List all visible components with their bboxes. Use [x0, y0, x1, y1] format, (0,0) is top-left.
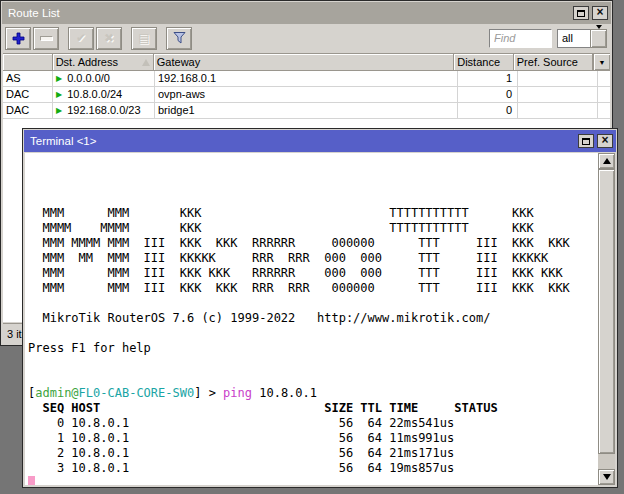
- table-row[interactable]: AS ▶0.0.0.0/0 192.168.0.1 1: [3, 71, 610, 87]
- close-button[interactable]: ×: [592, 6, 608, 20]
- plus-icon: [12, 32, 25, 45]
- minus-icon: [40, 36, 53, 41]
- terminal-output: MMM MMM KKK TTTTTTTTTTT KKK MMMM MMMM KK…: [28, 153, 596, 485]
- route-dst-address: ▶10.8.0.0/24: [53, 87, 155, 103]
- route-distance: 1: [458, 71, 518, 87]
- filter-scope-value[interactable]: all: [557, 29, 590, 48]
- column-header-flags[interactable]: [3, 54, 53, 71]
- terminal-window: Terminal <1> × MMM MMM KKK TTTTTTTTTTT K…: [22, 128, 618, 488]
- filter-button[interactable]: [166, 27, 192, 50]
- route-distance: 0: [458, 87, 518, 103]
- cross-icon: ✖: [104, 32, 114, 44]
- column-select-icon: ▼: [599, 59, 606, 66]
- column-header-distance[interactable]: Distance: [454, 54, 514, 71]
- route-pref-source: [518, 71, 598, 87]
- route-list-titlebar[interactable]: Route List ×: [2, 2, 611, 24]
- route-active-icon: ▶: [56, 106, 62, 115]
- column-header-pref-source[interactable]: Pref. Source: [514, 54, 593, 71]
- table-row[interactable]: DAC ▶10.8.0.0/24 ovpn-aws 0: [3, 87, 610, 103]
- winbox-mdi-workspace: { "colors": { "active_titlebar": "#565fc…: [0, 0, 624, 494]
- comment-button[interactable]: ▤: [131, 27, 157, 50]
- route-flags: DAC: [3, 87, 53, 103]
- maximize-icon: [577, 10, 585, 17]
- sort-asc-icon: [142, 59, 150, 66]
- scroll-up-icon: [603, 158, 611, 164]
- maximize-button[interactable]: [573, 6, 589, 20]
- route-active-icon: ▶: [56, 74, 62, 83]
- comment-icon: ▤: [138, 32, 149, 44]
- filter-scope-dropdown-button[interactable]: [590, 29, 607, 48]
- route-pref-source: [518, 103, 598, 119]
- table-row[interactable]: DAC ▶192.168.0.0/23 bridge1 0: [3, 103, 610, 119]
- route-active-icon: ▶: [56, 90, 62, 99]
- close-icon: ×: [596, 6, 603, 18]
- route-list-title: Route List: [8, 7, 570, 19]
- route-gateway: bridge1: [155, 103, 458, 119]
- enable-button[interactable]: ✔: [68, 27, 94, 50]
- column-header-gateway[interactable]: Gateway: [154, 54, 454, 71]
- remove-button[interactable]: [33, 27, 59, 50]
- route-table-rows: AS ▶0.0.0.0/0 192.168.0.1 1 DAC ▶10.8.0.…: [3, 71, 610, 119]
- route-distance: 0: [458, 103, 518, 119]
- check-icon: ✔: [76, 32, 86, 44]
- route-pref-source: [518, 87, 598, 103]
- dropdown-icon: [596, 29, 602, 47]
- route-table-header: Dst. Address Gateway Distance Pref. Sour…: [3, 54, 610, 71]
- route-flags: DAC: [3, 103, 53, 119]
- close-button[interactable]: ×: [597, 134, 613, 148]
- scrollbar-thumb[interactable]: [598, 169, 615, 454]
- filter-icon: [173, 32, 186, 44]
- maximize-button[interactable]: [578, 134, 594, 148]
- close-icon: ×: [601, 134, 608, 146]
- route-gateway: 192.168.0.1: [155, 71, 458, 87]
- terminal-cursor: [28, 476, 35, 485]
- terminal-scrollbar[interactable]: [598, 153, 615, 485]
- route-flags: AS: [3, 71, 53, 87]
- maximize-icon: [582, 138, 590, 145]
- route-list-toolbar: ✔ ✖ ▤ all: [1, 24, 612, 52]
- disable-button[interactable]: ✖: [96, 27, 122, 50]
- scroll-up-button[interactable]: [598, 153, 615, 169]
- column-select-button[interactable]: ▼: [593, 54, 610, 71]
- scroll-down-button[interactable]: [598, 469, 615, 485]
- terminal-titlebar[interactable]: Terminal <1> ×: [24, 130, 616, 152]
- route-gateway: ovpn-aws: [155, 87, 458, 103]
- route-dst-address: ▶0.0.0.0/0: [53, 71, 155, 87]
- add-button[interactable]: [5, 27, 31, 50]
- column-header-dst-address[interactable]: Dst. Address: [53, 54, 154, 71]
- terminal-title: Terminal <1>: [30, 135, 575, 147]
- scroll-down-icon: [603, 474, 611, 480]
- route-dst-address: ▶192.168.0.0/23: [53, 103, 155, 119]
- terminal-body: MMM MMM KKK TTTTTTTTTTT KKK MMMM MMMM KK…: [25, 153, 615, 485]
- find-input[interactable]: [489, 29, 552, 48]
